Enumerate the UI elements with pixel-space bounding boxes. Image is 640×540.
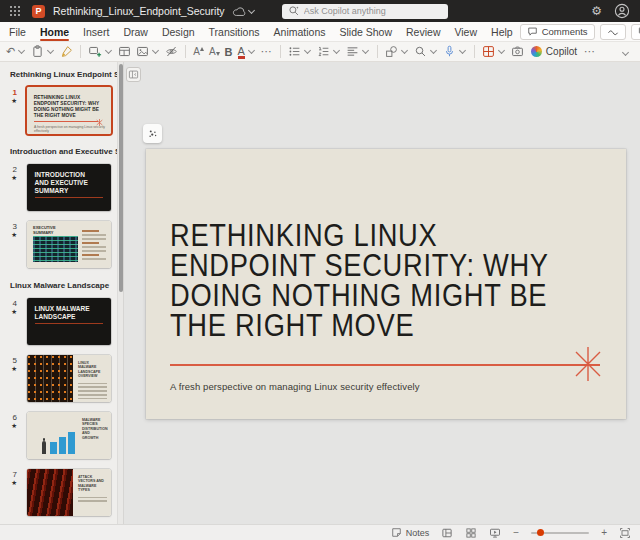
picture-button[interactable] <box>134 43 162 60</box>
numbering-button[interactable] <box>315 43 343 60</box>
align-text-button[interactable] <box>344 43 372 60</box>
align-chevron-icon[interactable] <box>362 47 369 54</box>
designer-sparkle-button[interactable] <box>143 124 162 143</box>
fit-slide-button[interactable] <box>619 527 631 539</box>
format-painter-button[interactable] <box>58 43 75 60</box>
hide-slide-button[interactable] <box>163 43 180 60</box>
slide-number: 4 <box>0 299 17 308</box>
paste-chevron-icon[interactable] <box>47 47 54 54</box>
bullets-chevron-icon[interactable] <box>304 47 311 54</box>
menu-file[interactable]: File <box>2 22 33 42</box>
section-header[interactable]: Introduction and Executive Su <box>0 134 117 161</box>
menu-help[interactable]: Help <box>484 22 520 42</box>
bullets-button[interactable] <box>286 43 314 60</box>
present-button[interactable]: Present <box>631 24 640 40</box>
slide-number: 6 <box>0 413 17 422</box>
more-font-options-button[interactable]: ⋯ <box>259 43 275 60</box>
app-launcher-icon[interactable] <box>10 6 20 16</box>
shapes-chevron-icon[interactable] <box>401 47 408 54</box>
format-painter-icon <box>60 45 73 58</box>
screenshot-button[interactable] <box>509 43 526 60</box>
thumbnail-scrollbar[interactable] <box>117 62 124 524</box>
designer-button[interactable] <box>480 43 508 60</box>
current-slide[interactable]: RETHINKING LINUX ENDPOINT SECURITY: WHY … <box>146 149 626 419</box>
align-left-icon <box>346 45 359 58</box>
menu-insert[interactable]: Insert <box>76 22 116 42</box>
ribbon-more-button[interactable]: ⋯ <box>582 43 598 60</box>
font-color-chevron-icon[interactable] <box>248 47 255 54</box>
asterisk-decoration-icon[interactable] <box>570 346 606 382</box>
document-title[interactable]: Rethinking_Linux_Endpoint_Security <box>53 5 225 17</box>
section-header[interactable]: Linux Malware Landscape <box>0 268 117 295</box>
dictate-chevron-icon[interactable] <box>459 47 466 54</box>
designer-chevron-icon[interactable] <box>498 47 505 54</box>
slide-divider-line[interactable] <box>170 364 600 366</box>
menu-draw[interactable]: Draw <box>116 22 155 42</box>
paste-button[interactable] <box>29 43 57 60</box>
slide-thumbnail-5[interactable]: LINUX MALWARE LANDSCAPE OVERVIEW <box>27 355 111 402</box>
menu-design[interactable]: Design <box>155 22 202 42</box>
search-input[interactable] <box>304 6 442 16</box>
find-button[interactable] <box>412 43 440 60</box>
scrollbar-thumb[interactable] <box>119 64 123 292</box>
title-chevron-down-icon[interactable] <box>248 6 255 13</box>
thumb-title: MALWARE SPECIES DISTRIBUTION AND GROWTH <box>82 418 107 440</box>
shapes-button[interactable] <box>383 43 411 60</box>
copilot-button[interactable]: Copilot <box>527 43 581 60</box>
thumbnail-row-7: 7 ★ ATTACK VECTORS AND MALWARE TYPES <box>0 469 117 516</box>
collapse-ribbon-button[interactable] <box>620 46 636 57</box>
powerpoint-logo-icon[interactable]: P <box>32 5 45 18</box>
section-header[interactable]: Rethinking Linux Endpoint Secu <box>0 62 117 84</box>
find-chevron-icon[interactable] <box>430 47 437 54</box>
menu-view[interactable]: View <box>447 22 484 42</box>
dictate-button[interactable] <box>441 43 469 60</box>
slide-subtitle[interactable]: A fresh perspective on managing Linux se… <box>170 381 420 392</box>
font-color-icon: A <box>238 45 245 59</box>
fit-to-window-icon <box>619 527 631 539</box>
zoom-in-button[interactable]: + <box>601 528 607 538</box>
slide-thumbnail-6[interactable]: MALWARE SPECIES DISTRIBUTION AND GROWTH <box>27 412 111 459</box>
menu-review[interactable]: Review <box>399 22 447 42</box>
menu-animations[interactable]: Animations <box>267 22 333 42</box>
zoom-slider-handle[interactable] <box>537 529 544 536</box>
copilot-search[interactable] <box>282 4 448 19</box>
shrink-font-icon: A <box>209 46 220 57</box>
comments-button[interactable]: Comments <box>520 24 595 40</box>
zoom-slider[interactable] <box>531 532 589 534</box>
slide-thumbnail-4[interactable]: LINUX MALWARE LANDSCAPE <box>27 298 111 345</box>
menu-home[interactable]: Home <box>33 22 76 42</box>
layout-button[interactable] <box>116 43 133 60</box>
slide-sorter-icon <box>465 527 477 539</box>
slide-thumbnail-7[interactable]: ATTACK VECTORS AND MALWARE TYPES <box>27 469 111 516</box>
collapse-thumbnails-button[interactable] <box>126 67 141 82</box>
undo-button[interactable]: ↶ <box>4 43 28 60</box>
picture-chevron-icon[interactable] <box>152 47 159 54</box>
undo-chevron-icon[interactable] <box>18 47 25 54</box>
account-avatar-icon[interactable] <box>614 3 630 19</box>
designer-icon <box>482 45 495 58</box>
notes-button[interactable]: Notes <box>391 527 430 538</box>
transition-star-icon: ★ <box>0 174 17 182</box>
slideshow-button[interactable] <box>489 527 501 539</box>
thumb-title: ATTACK VECTORS AND MALWARE TYPES <box>78 475 107 493</box>
bold-button[interactable]: B <box>223 43 235 60</box>
thumbnail-row-4: 4 ★ LINUX MALWARE LANDSCAPE <box>0 298 117 345</box>
new-slide-button[interactable] <box>86 43 115 60</box>
thumb-divider <box>35 197 103 198</box>
slide-thumbnail-2[interactable]: INTRODUCTION AND EXECUTIVE SUMMARY <box>27 164 111 211</box>
slide-sorter-button[interactable] <box>465 527 477 539</box>
catch-up-button[interactable] <box>600 24 626 40</box>
settings-gear-icon[interactable]: ⚙ <box>591 4 602 18</box>
normal-view-button[interactable] <box>441 527 453 539</box>
grow-font-button[interactable]: A <box>191 43 206 60</box>
menu-transitions[interactable]: Transitions <box>202 22 267 42</box>
shrink-font-button[interactable]: A <box>207 43 222 60</box>
numbering-chevron-icon[interactable] <box>333 47 340 54</box>
menu-slide-show[interactable]: Slide Show <box>333 22 400 42</box>
slide-thumbnail-1[interactable]: RETHINKING LINUX ENDPOINT SECURITY: WHY … <box>27 87 111 134</box>
slide-title[interactable]: RETHINKING LINUX ENDPOINT SECURITY: WHY … <box>170 221 549 341</box>
slide-thumbnail-3[interactable]: EXECUTIVE SUMMARY <box>27 221 111 268</box>
new-slide-chevron-icon[interactable] <box>105 47 112 54</box>
zoom-out-button[interactable]: − <box>513 528 519 538</box>
font-color-button[interactable]: A <box>236 43 258 60</box>
